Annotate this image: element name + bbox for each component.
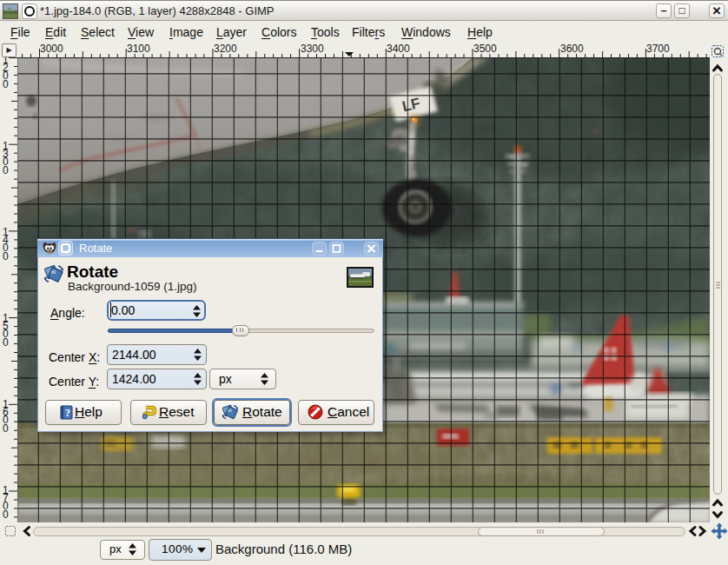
svg-text:3600: 3600 bbox=[560, 43, 584, 55]
svg-text:3200: 3200 bbox=[214, 43, 237, 55]
svg-text:0: 0 bbox=[3, 164, 9, 176]
svg-text:3000: 3000 bbox=[40, 43, 63, 55]
svg-text:0: 0 bbox=[3, 422, 9, 435]
svg-text:3100: 3100 bbox=[127, 43, 150, 55]
svg-text:0: 0 bbox=[3, 78, 9, 90]
svg-text:0: 0 bbox=[3, 336, 9, 349]
svg-text:3500: 3500 bbox=[473, 43, 497, 55]
svg-text:3300: 3300 bbox=[301, 43, 324, 55]
svg-text:3400: 3400 bbox=[387, 43, 410, 55]
svg-text:?: ? bbox=[65, 407, 70, 419]
svg-text:0: 0 bbox=[3, 508, 9, 521]
svg-text:0: 0 bbox=[3, 250, 9, 263]
svg-text:3700: 3700 bbox=[646, 43, 670, 55]
